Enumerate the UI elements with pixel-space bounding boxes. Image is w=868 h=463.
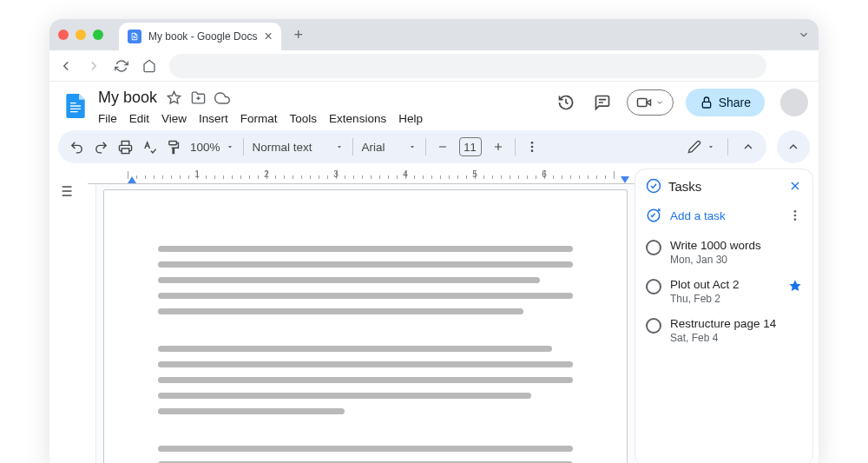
collapse-toolbar-icon[interactable] (740, 139, 756, 155)
move-icon[interactable] (190, 90, 206, 106)
editing-mode-button[interactable] (687, 140, 715, 154)
comments-icon[interactable] (590, 90, 615, 115)
browser-toolbar (49, 50, 819, 82)
task-date: Thu, Feb 2 (670, 293, 779, 305)
svg-point-16 (794, 210, 797, 213)
outline-icon[interactable] (56, 182, 74, 200)
document-page[interactable] (103, 189, 628, 463)
toolbar-row: 100% Normal text Arial 11 (49, 125, 819, 169)
text-line (158, 293, 573, 299)
browser-window: My book - Google Docs × + My book Fil (49, 19, 819, 463)
browser-tab-strip: My book - Google Docs × + (49, 19, 819, 50)
menu-help[interactable]: Help (398, 112, 423, 125)
tasks-icon (646, 178, 661, 194)
task-checkbox[interactable] (646, 240, 661, 255)
svg-point-5 (530, 142, 533, 144)
font-size-increase[interactable] (490, 139, 506, 155)
task-item[interactable]: Plot out Act 2Thu, Feb 2 (635, 271, 812, 310)
svg-rect-2 (702, 102, 710, 108)
text-line (158, 346, 552, 352)
font-size-decrease[interactable] (435, 139, 450, 155)
paragraph (158, 446, 573, 463)
share-label: Share (719, 96, 751, 109)
svg-rect-3 (122, 148, 129, 153)
docs-logo[interactable] (60, 90, 91, 122)
text-line (158, 261, 573, 268)
hide-panel-button[interactable] (777, 130, 810, 163)
close-panel-icon[interactable] (788, 179, 802, 193)
docs-toolbar: 100% Normal text Arial 11 (58, 130, 766, 163)
document-title[interactable]: My book (98, 89, 157, 107)
font-size-input[interactable]: 11 (459, 137, 482, 156)
right-indent-marker[interactable] (621, 176, 629, 183)
address-bar[interactable] (169, 54, 766, 78)
tasks-title: Tasks (668, 179, 781, 194)
toolbar-separator (727, 138, 728, 155)
task-date: Mon, Jan 30 (670, 254, 802, 266)
text-line (158, 408, 345, 414)
docs-favicon (128, 30, 141, 43)
add-task-icon[interactable] (646, 208, 661, 223)
new-tab-button[interactable]: + (286, 23, 311, 47)
horizontal-ruler[interactable]: 123456 (88, 169, 635, 184)
menu-file[interactable]: File (98, 112, 117, 125)
task-item[interactable]: Restructure page 14Sat, Feb 4 (635, 310, 812, 349)
task-checkbox[interactable] (646, 279, 661, 294)
print-icon[interactable] (117, 139, 133, 155)
toolbar-separator (243, 138, 244, 155)
cloud-status-icon[interactable] (214, 90, 230, 106)
ruler-label: 4 (403, 169, 408, 179)
history-icon[interactable] (554, 90, 578, 115)
close-window-button[interactable] (58, 30, 69, 40)
star-icon[interactable] (166, 90, 181, 106)
back-button[interactable] (58, 58, 74, 74)
forward-button[interactable] (86, 58, 102, 74)
home-button[interactable] (141, 58, 157, 74)
reload-button[interactable] (114, 58, 129, 74)
task-item[interactable]: Write 1000 wordsMon, Jan 30 (635, 232, 812, 271)
browser-tab[interactable]: My book - Google Docs × (119, 23, 281, 50)
meet-button[interactable] (627, 89, 674, 116)
toolbar-separator (425, 138, 426, 155)
text-line (158, 277, 540, 283)
menu-edit[interactable]: Edit (129, 112, 149, 125)
menu-view[interactable]: View (161, 112, 187, 125)
vertical-ruler[interactable] (81, 184, 96, 463)
add-task-button[interactable]: Add a task (670, 209, 779, 222)
task-date: Sat, Feb 4 (670, 332, 802, 344)
account-avatar[interactable] (780, 89, 808, 116)
redo-icon[interactable] (93, 139, 108, 155)
svg-marker-0 (168, 91, 180, 103)
tab-overflow-icon[interactable] (798, 29, 810, 41)
task-title: Restructure page 14 (670, 317, 802, 330)
menu-extensions[interactable]: Extensions (329, 112, 386, 125)
close-tab-icon[interactable]: × (264, 30, 272, 43)
undo-icon[interactable] (69, 139, 84, 155)
task-checkbox[interactable] (646, 318, 661, 334)
menu-format[interactable]: Format (240, 112, 278, 125)
font-selector[interactable]: Arial (362, 141, 417, 154)
task-title: Plot out Act 2 (670, 278, 779, 291)
spellcheck-icon[interactable] (141, 139, 157, 155)
task-title: Write 1000 words (670, 239, 802, 252)
svg-point-18 (794, 218, 797, 221)
zoom-selector[interactable]: 100% (190, 141, 234, 154)
doc-meta: My book File Edit View Insert Format Too… (98, 89, 423, 125)
svg-rect-4 (168, 141, 176, 144)
svg-point-7 (530, 149, 533, 152)
toolbar-separator (515, 138, 516, 155)
more-tools-icon[interactable] (524, 139, 540, 155)
minimize-window-button[interactable] (76, 30, 86, 40)
text-line (158, 393, 531, 399)
docs-header: My book File Edit View Insert Format Too… (49, 82, 819, 125)
star-icon[interactable] (788, 279, 802, 293)
svg-marker-19 (789, 280, 800, 291)
menu-tools[interactable]: Tools (290, 112, 318, 125)
paragraph (158, 246, 573, 314)
menu-insert[interactable]: Insert (199, 112, 228, 125)
tasks-more-icon[interactable] (788, 208, 802, 222)
share-button[interactable]: Share (686, 89, 765, 116)
style-selector[interactable]: Normal text (253, 141, 344, 154)
format-paint-icon[interactable] (166, 139, 181, 155)
maximize-window-button[interactable] (93, 30, 103, 40)
